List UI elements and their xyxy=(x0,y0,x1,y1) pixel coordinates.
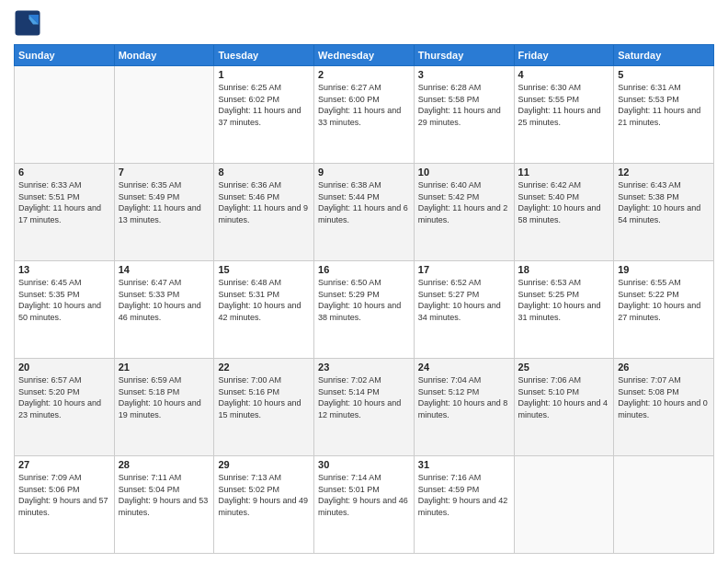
calendar-cell: 27Sunrise: 7:09 AM Sunset: 5:06 PM Dayli… xyxy=(15,456,115,554)
day-info: Sunrise: 7:14 AM Sunset: 5:01 PM Dayligh… xyxy=(318,472,410,518)
day-number: 27 xyxy=(18,459,110,470)
calendar-cell xyxy=(114,66,214,164)
day-number: 31 xyxy=(418,459,510,470)
day-info: Sunrise: 6:30 AM Sunset: 5:55 PM Dayligh… xyxy=(518,82,610,128)
day-info: Sunrise: 7:02 AM Sunset: 5:14 PM Dayligh… xyxy=(318,374,410,420)
day-number: 21 xyxy=(119,362,210,373)
calendar-row-3: 13Sunrise: 6:45 AM Sunset: 5:35 PM Dayli… xyxy=(15,261,714,359)
day-number: 2 xyxy=(318,69,410,80)
calendar-cell: 8Sunrise: 6:36 AM Sunset: 5:46 PM Daylig… xyxy=(214,164,314,261)
calendar-header-row: Sunday Monday Tuesday Wednesday Thursday… xyxy=(15,45,714,66)
col-thursday: Thursday xyxy=(414,45,514,66)
day-info: Sunrise: 6:48 AM Sunset: 5:31 PM Dayligh… xyxy=(218,277,310,323)
day-number: 26 xyxy=(618,362,710,373)
day-number: 30 xyxy=(318,459,410,470)
day-info: Sunrise: 6:57 AM Sunset: 5:20 PM Dayligh… xyxy=(18,374,110,420)
day-info: Sunrise: 6:31 AM Sunset: 5:53 PM Dayligh… xyxy=(618,82,710,128)
calendar-cell: 26Sunrise: 7:07 AM Sunset: 5:08 PM Dayli… xyxy=(614,359,714,456)
day-info: Sunrise: 7:00 AM Sunset: 5:16 PM Dayligh… xyxy=(218,374,310,420)
calendar-cell: 15Sunrise: 6:48 AM Sunset: 5:31 PM Dayli… xyxy=(214,261,314,359)
day-info: Sunrise: 7:11 AM Sunset: 5:04 PM Dayligh… xyxy=(119,472,210,518)
calendar-cell: 31Sunrise: 7:16 AM Sunset: 4:59 PM Dayli… xyxy=(414,456,514,554)
page: Sunday Monday Tuesday Wednesday Thursday… xyxy=(0,0,728,563)
calendar-cell: 9Sunrise: 6:38 AM Sunset: 5:44 PM Daylig… xyxy=(314,164,415,261)
day-number: 17 xyxy=(418,264,510,275)
calendar-cell: 29Sunrise: 7:13 AM Sunset: 5:02 PM Dayli… xyxy=(214,456,314,554)
col-tuesday: Tuesday xyxy=(214,45,314,66)
calendar-cell: 4Sunrise: 6:30 AM Sunset: 5:55 PM Daylig… xyxy=(514,66,614,164)
col-sunday: Sunday xyxy=(15,45,115,66)
day-number: 1 xyxy=(218,69,310,80)
day-info: Sunrise: 7:09 AM Sunset: 5:06 PM Dayligh… xyxy=(18,472,110,518)
day-number: 13 xyxy=(18,264,110,275)
day-info: Sunrise: 6:47 AM Sunset: 5:33 PM Dayligh… xyxy=(119,277,210,323)
day-info: Sunrise: 6:35 AM Sunset: 5:49 PM Dayligh… xyxy=(119,179,210,225)
day-number: 25 xyxy=(518,362,610,373)
day-number: 28 xyxy=(119,459,210,470)
calendar-table: Sunday Monday Tuesday Wednesday Thursday… xyxy=(14,44,714,554)
day-info: Sunrise: 6:42 AM Sunset: 5:40 PM Dayligh… xyxy=(518,179,610,225)
calendar-cell: 19Sunrise: 6:55 AM Sunset: 5:22 PM Dayli… xyxy=(614,261,714,359)
calendar-cell: 13Sunrise: 6:45 AM Sunset: 5:35 PM Dayli… xyxy=(15,261,115,359)
day-number: 16 xyxy=(318,264,410,275)
day-info: Sunrise: 6:38 AM Sunset: 5:44 PM Dayligh… xyxy=(318,179,410,225)
day-number: 20 xyxy=(18,362,110,373)
day-info: Sunrise: 7:16 AM Sunset: 4:59 PM Dayligh… xyxy=(418,472,510,518)
day-number: 7 xyxy=(119,167,210,178)
day-number: 14 xyxy=(119,264,210,275)
day-info: Sunrise: 6:53 AM Sunset: 5:25 PM Dayligh… xyxy=(518,277,610,323)
col-friday: Friday xyxy=(514,45,614,66)
calendar-cell xyxy=(614,456,714,554)
day-info: Sunrise: 6:59 AM Sunset: 5:18 PM Dayligh… xyxy=(119,374,210,420)
calendar-cell: 12Sunrise: 6:43 AM Sunset: 5:38 PM Dayli… xyxy=(614,164,714,261)
calendar-cell: 18Sunrise: 6:53 AM Sunset: 5:25 PM Dayli… xyxy=(514,261,614,359)
day-number: 5 xyxy=(618,69,710,80)
day-number: 3 xyxy=(418,69,510,80)
calendar-cell xyxy=(15,66,115,164)
calendar-row-4: 20Sunrise: 6:57 AM Sunset: 5:20 PM Dayli… xyxy=(15,359,714,456)
day-number: 12 xyxy=(618,167,710,178)
day-info: Sunrise: 6:45 AM Sunset: 5:35 PM Dayligh… xyxy=(18,277,110,323)
calendar-cell: 1Sunrise: 6:25 AM Sunset: 6:02 PM Daylig… xyxy=(214,66,314,164)
day-number: 8 xyxy=(218,167,310,178)
calendar-row-2: 6Sunrise: 6:33 AM Sunset: 5:51 PM Daylig… xyxy=(15,164,714,261)
calendar-cell: 7Sunrise: 6:35 AM Sunset: 5:49 PM Daylig… xyxy=(114,164,214,261)
logo xyxy=(14,9,45,37)
col-saturday: Saturday xyxy=(614,45,714,66)
day-number: 4 xyxy=(518,69,610,80)
day-info: Sunrise: 6:27 AM Sunset: 6:00 PM Dayligh… xyxy=(318,82,410,128)
day-info: Sunrise: 6:40 AM Sunset: 5:42 PM Dayligh… xyxy=(418,179,510,225)
day-number: 22 xyxy=(218,362,310,373)
header xyxy=(14,9,714,37)
col-wednesday: Wednesday xyxy=(314,45,415,66)
day-number: 18 xyxy=(518,264,610,275)
calendar-cell: 6Sunrise: 6:33 AM Sunset: 5:51 PM Daylig… xyxy=(15,164,115,261)
day-info: Sunrise: 6:36 AM Sunset: 5:46 PM Dayligh… xyxy=(218,179,310,225)
day-number: 24 xyxy=(418,362,510,373)
calendar-cell: 22Sunrise: 7:00 AM Sunset: 5:16 PM Dayli… xyxy=(214,359,314,456)
day-info: Sunrise: 6:43 AM Sunset: 5:38 PM Dayligh… xyxy=(618,179,710,225)
day-number: 9 xyxy=(318,167,410,178)
day-info: Sunrise: 7:04 AM Sunset: 5:12 PM Dayligh… xyxy=(418,374,510,420)
calendar-cell: 24Sunrise: 7:04 AM Sunset: 5:12 PM Dayli… xyxy=(414,359,514,456)
day-info: Sunrise: 6:33 AM Sunset: 5:51 PM Dayligh… xyxy=(18,179,110,225)
day-info: Sunrise: 6:55 AM Sunset: 5:22 PM Dayligh… xyxy=(618,277,710,323)
calendar-cell: 23Sunrise: 7:02 AM Sunset: 5:14 PM Dayli… xyxy=(314,359,415,456)
calendar-cell: 5Sunrise: 6:31 AM Sunset: 5:53 PM Daylig… xyxy=(614,66,714,164)
calendar-row-1: 1Sunrise: 6:25 AM Sunset: 6:02 PM Daylig… xyxy=(15,66,714,164)
calendar-cell: 14Sunrise: 6:47 AM Sunset: 5:33 PM Dayli… xyxy=(114,261,214,359)
logo-icon xyxy=(14,9,41,37)
day-info: Sunrise: 7:13 AM Sunset: 5:02 PM Dayligh… xyxy=(218,472,310,518)
day-info: Sunrise: 6:28 AM Sunset: 5:58 PM Dayligh… xyxy=(418,82,510,128)
day-info: Sunrise: 6:50 AM Sunset: 5:29 PM Dayligh… xyxy=(318,277,410,323)
calendar-cell: 2Sunrise: 6:27 AM Sunset: 6:00 PM Daylig… xyxy=(314,66,415,164)
calendar-cell: 17Sunrise: 6:52 AM Sunset: 5:27 PM Dayli… xyxy=(414,261,514,359)
day-number: 29 xyxy=(218,459,310,470)
calendar-cell: 28Sunrise: 7:11 AM Sunset: 5:04 PM Dayli… xyxy=(114,456,214,554)
day-info: Sunrise: 7:06 AM Sunset: 5:10 PM Dayligh… xyxy=(518,374,610,420)
calendar-cell: 30Sunrise: 7:14 AM Sunset: 5:01 PM Dayli… xyxy=(314,456,415,554)
calendar-cell: 11Sunrise: 6:42 AM Sunset: 5:40 PM Dayli… xyxy=(514,164,614,261)
calendar-cell: 20Sunrise: 6:57 AM Sunset: 5:20 PM Dayli… xyxy=(15,359,115,456)
day-number: 10 xyxy=(418,167,510,178)
day-info: Sunrise: 6:25 AM Sunset: 6:02 PM Dayligh… xyxy=(218,82,310,128)
